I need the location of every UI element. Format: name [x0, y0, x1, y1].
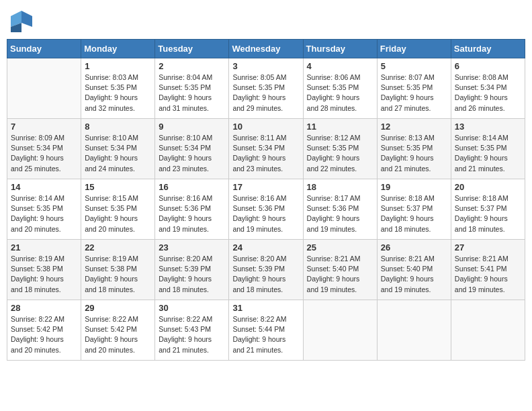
day-number: 11 [307, 122, 373, 132]
calendar-cell: 18Sunrise: 8:17 AMSunset: 5:36 PMDayligh… [303, 179, 377, 240]
calendar-cell: 29Sunrise: 8:22 AMSunset: 5:42 PMDayligh… [81, 300, 155, 361]
day-info: Sunrise: 8:05 AMSunset: 5:35 PMDaylight:… [232, 73, 299, 113]
day-info: Sunrise: 8:06 AMSunset: 5:35 PMDaylight:… [307, 73, 373, 113]
day-number: 28 [11, 303, 77, 313]
calendar-cell: 2Sunrise: 8:04 AMSunset: 5:35 PMDaylight… [155, 58, 229, 119]
calendar-cell: 20Sunrise: 8:18 AMSunset: 5:37 PMDayligh… [451, 179, 525, 240]
day-info: Sunrise: 8:22 AMSunset: 5:43 PMDaylight:… [159, 314, 225, 355]
day-number: 14 [11, 182, 77, 192]
logo-icon [9, 9, 34, 34]
day-number: 25 [307, 242, 373, 253]
day-info: Sunrise: 8:20 AMSunset: 5:39 PMDaylight:… [159, 254, 225, 295]
day-number: 13 [455, 122, 521, 132]
calendar-cell [7, 58, 81, 119]
calendar-cell: 5Sunrise: 8:07 AMSunset: 5:35 PMDaylight… [377, 58, 451, 119]
day-number: 10 [232, 122, 299, 132]
calendar-cell: 27Sunrise: 8:21 AMSunset: 5:41 PMDayligh… [451, 240, 525, 300]
col-friday: Friday [377, 40, 451, 58]
day-info: Sunrise: 8:16 AMSunset: 5:36 PMDaylight:… [232, 193, 299, 234]
calendar-cell: 25Sunrise: 8:21 AMSunset: 5:40 PMDayligh… [303, 240, 377, 300]
day-info: Sunrise: 8:22 AMSunset: 5:42 PMDaylight:… [11, 314, 77, 355]
calendar-table: Sunday Monday Tuesday Wednesday Thursday… [7, 39, 525, 361]
calendar-cell: 8Sunrise: 8:10 AMSunset: 5:34 PMDaylight… [81, 119, 155, 179]
calendar-cell: 28Sunrise: 8:22 AMSunset: 5:42 PMDayligh… [7, 300, 81, 361]
day-number: 22 [85, 242, 151, 253]
calendar-cell: 7Sunrise: 8:09 AMSunset: 5:34 PMDaylight… [7, 119, 81, 179]
calendar-cell: 21Sunrise: 8:19 AMSunset: 5:38 PMDayligh… [7, 240, 81, 300]
day-info: Sunrise: 8:08 AMSunset: 5:34 PMDaylight:… [455, 73, 521, 113]
calendar-cell: 15Sunrise: 8:15 AMSunset: 5:35 PMDayligh… [81, 179, 155, 240]
day-info: Sunrise: 8:14 AMSunset: 5:35 PMDaylight:… [455, 133, 521, 174]
calendar-cell: 23Sunrise: 8:20 AMSunset: 5:39 PMDayligh… [155, 240, 229, 300]
day-info: Sunrise: 8:19 AMSunset: 5:38 PMDaylight:… [11, 254, 77, 295]
calendar-week-row: 21Sunrise: 8:19 AMSunset: 5:38 PMDayligh… [7, 240, 525, 300]
calendar-cell: 13Sunrise: 8:14 AMSunset: 5:35 PMDayligh… [451, 119, 525, 179]
calendar-cell: 24Sunrise: 8:20 AMSunset: 5:39 PMDayligh… [229, 240, 303, 300]
calendar-header: Sunday Monday Tuesday Wednesday Thursday… [7, 40, 525, 58]
day-number: 1 [85, 61, 151, 71]
calendar-cell: 22Sunrise: 8:19 AMSunset: 5:38 PMDayligh… [81, 240, 155, 300]
calendar-cell: 3Sunrise: 8:05 AMSunset: 5:35 PMDaylight… [229, 58, 303, 119]
day-number: 17 [232, 182, 299, 192]
col-saturday: Saturday [451, 40, 525, 58]
day-number: 8 [85, 122, 151, 132]
day-number: 29 [85, 303, 151, 313]
day-number: 15 [85, 182, 151, 192]
calendar-week-row: 7Sunrise: 8:09 AMSunset: 5:34 PMDaylight… [7, 119, 525, 179]
calendar-week-row: 14Sunrise: 8:14 AMSunset: 5:35 PMDayligh… [7, 179, 525, 240]
day-info: Sunrise: 8:17 AMSunset: 5:36 PMDaylight:… [307, 193, 373, 234]
calendar-week-row: 1Sunrise: 8:03 AMSunset: 5:35 PMDaylight… [7, 58, 525, 119]
calendar-cell: 9Sunrise: 8:10 AMSunset: 5:34 PMDaylight… [155, 119, 229, 179]
col-sunday: Sunday [7, 40, 81, 58]
day-number: 3 [232, 61, 299, 71]
day-info: Sunrise: 8:15 AMSunset: 5:35 PMDaylight:… [85, 193, 151, 234]
calendar-cell: 12Sunrise: 8:13 AMSunset: 5:35 PMDayligh… [377, 119, 451, 179]
day-number: 9 [159, 122, 225, 132]
day-info: Sunrise: 8:09 AMSunset: 5:34 PMDaylight:… [11, 133, 77, 174]
day-number: 7 [11, 122, 77, 132]
calendar-cell: 11Sunrise: 8:12 AMSunset: 5:35 PMDayligh… [303, 119, 377, 179]
day-number: 18 [307, 182, 373, 192]
calendar-cell: 30Sunrise: 8:22 AMSunset: 5:43 PMDayligh… [155, 300, 229, 361]
page-header [7, 7, 525, 34]
day-number: 21 [11, 242, 77, 253]
day-number: 20 [455, 182, 521, 192]
day-number: 5 [381, 61, 447, 71]
day-number: 24 [232, 242, 299, 253]
day-number: 2 [159, 61, 225, 71]
day-number: 6 [455, 61, 521, 71]
logo [9, 9, 36, 34]
day-info: Sunrise: 8:13 AMSunset: 5:35 PMDaylight:… [381, 133, 447, 174]
calendar-cell [303, 300, 377, 361]
day-number: 12 [381, 122, 447, 132]
day-info: Sunrise: 8:21 AMSunset: 5:40 PMDaylight:… [307, 254, 373, 295]
day-info: Sunrise: 8:18 AMSunset: 5:37 PMDaylight:… [455, 193, 521, 234]
calendar-cell: 26Sunrise: 8:21 AMSunset: 5:40 PMDayligh… [377, 240, 451, 300]
calendar-body: 1Sunrise: 8:03 AMSunset: 5:35 PMDaylight… [7, 58, 525, 361]
day-info: Sunrise: 8:22 AMSunset: 5:44 PMDaylight:… [232, 314, 299, 355]
day-number: 19 [381, 182, 447, 192]
day-number: 30 [159, 303, 225, 313]
day-info: Sunrise: 8:19 AMSunset: 5:38 PMDaylight:… [85, 254, 151, 295]
calendar-cell: 4Sunrise: 8:06 AMSunset: 5:35 PMDaylight… [303, 58, 377, 119]
day-info: Sunrise: 8:11 AMSunset: 5:34 PMDaylight:… [232, 133, 299, 174]
day-info: Sunrise: 8:07 AMSunset: 5:35 PMDaylight:… [381, 73, 447, 113]
day-number: 26 [381, 242, 447, 253]
calendar-cell: 14Sunrise: 8:14 AMSunset: 5:35 PMDayligh… [7, 179, 81, 240]
day-info: Sunrise: 8:21 AMSunset: 5:41 PMDaylight:… [455, 254, 521, 295]
calendar-cell: 1Sunrise: 8:03 AMSunset: 5:35 PMDaylight… [81, 58, 155, 119]
day-info: Sunrise: 8:04 AMSunset: 5:35 PMDaylight:… [159, 73, 225, 113]
col-monday: Monday [81, 40, 155, 58]
day-number: 4 [307, 61, 373, 71]
day-number: 31 [232, 303, 299, 313]
day-info: Sunrise: 8:12 AMSunset: 5:35 PMDaylight:… [307, 133, 373, 174]
col-wednesday: Wednesday [229, 40, 303, 58]
day-info: Sunrise: 8:16 AMSunset: 5:36 PMDaylight:… [159, 193, 225, 234]
day-info: Sunrise: 8:14 AMSunset: 5:35 PMDaylight:… [11, 193, 77, 234]
calendar-cell [451, 300, 525, 361]
calendar-cell [377, 300, 451, 361]
day-info: Sunrise: 8:10 AMSunset: 5:34 PMDaylight:… [85, 133, 151, 174]
day-info: Sunrise: 8:10 AMSunset: 5:34 PMDaylight:… [159, 133, 225, 174]
calendar-cell: 16Sunrise: 8:16 AMSunset: 5:36 PMDayligh… [155, 179, 229, 240]
header-row: Sunday Monday Tuesday Wednesday Thursday… [7, 40, 525, 58]
